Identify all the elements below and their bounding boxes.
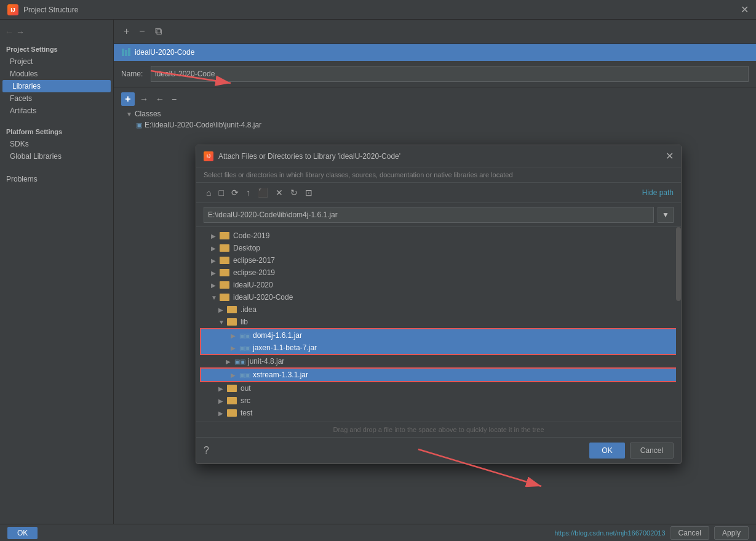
jar-icon: ▣▣ <box>239 332 250 339</box>
tree-idealu-2020-code[interactable]: ▼ idealU-2020-Code <box>196 291 681 303</box>
bottom-apply-button[interactable]: Apply <box>714 526 749 540</box>
nav-forward-button[interactable]: → <box>16 27 25 37</box>
bottom-ok-button[interactable]: OK <box>7 527 38 539</box>
platform-settings-header: Platform Settings <box>0 124 113 138</box>
tree-label: dom4j-1.6.1.jar <box>253 331 302 340</box>
expand-button[interactable]: ↻ <box>288 186 300 199</box>
arrow-icon: ▶ <box>231 345 237 351</box>
sidebar-item-artifacts[interactable]: Artifacts <box>0 105 113 117</box>
classes-section: + → ← − ▼ Classes ▣ E:\idealU-2020-Code\… <box>114 87 756 135</box>
tree-test[interactable]: ▶ test <box>196 407 681 419</box>
dialog-subtitle: Select files or directories in which lib… <box>196 167 681 183</box>
jar-icon: ▣▣ <box>239 372 250 379</box>
classes-label: Classes <box>135 110 161 118</box>
sidebar-item-global-libraries[interactable]: Global Libraries <box>0 150 113 162</box>
classes-file-item[interactable]: ▣ E:\idealU-2020-Code\lib\junit-4.8.jar <box>126 119 749 130</box>
tree-desktop[interactable]: ▶ Desktop <box>196 242 681 254</box>
section-divider-2 <box>0 162 113 170</box>
dialog-file-toolbar: ⌂ □ ⟳ ↑ ⬛ ✕ ↻ ⊡ Hide path <box>196 183 681 203</box>
dialog-ok-button[interactable]: OK <box>589 443 624 459</box>
bottom-cancel-button[interactable]: Cancel <box>670 526 709 540</box>
arrow-icon: ▶ <box>218 410 225 417</box>
library-entry[interactable]: idealU-2020-Code <box>114 44 756 61</box>
refresh-button[interactable]: ⟳ <box>229 186 241 199</box>
bottom-url: https://blog.csdn.net/mjh1667002013 <box>554 529 665 537</box>
title-bar: IJ Project Structure ✕ <box>0 0 756 20</box>
sidebar-item-sdks[interactable]: SDKs <box>0 138 113 150</box>
sidebar-item-facets[interactable]: Facets <box>0 92 113 105</box>
tree-lib[interactable]: ▼ lib <box>196 316 681 328</box>
sidebar-item-libraries[interactable]: Libraries <box>2 80 111 92</box>
folder-icon <box>227 397 237 404</box>
folder-icon <box>220 232 229 239</box>
scrollbar-thumb[interactable] <box>676 227 681 301</box>
arrow-icon: ▶ <box>211 270 217 276</box>
tree-idealu-2020[interactable]: ▶ idealU-2020 <box>196 279 681 291</box>
more-button[interactable]: ⊡ <box>303 186 315 199</box>
path-dropdown-button[interactable]: ▼ <box>658 207 674 223</box>
add-class-button[interactable]: + <box>121 92 135 106</box>
tree-junit[interactable]: ▶ ▣▣ junit-4.8.jar <box>196 355 681 367</box>
remove-library-button[interactable]: − <box>137 25 147 38</box>
toggle-button[interactable]: ⬛ <box>255 186 271 199</box>
nav-back-button[interactable]: ← <box>5 27 14 37</box>
tree-label: jaxen-1.1-beta-7.jar <box>253 343 317 352</box>
svg-rect-1 <box>125 50 127 56</box>
svg-rect-2 <box>128 48 130 56</box>
dialog-title-text: Attach Files or Directories to Library '… <box>218 152 400 161</box>
copy-library-button[interactable]: ⧉ <box>153 25 164 38</box>
name-input[interactable] <box>151 66 749 82</box>
delete-button[interactable]: ✕ <box>273 186 285 199</box>
new-folder-button[interactable]: □ <box>216 186 226 199</box>
remove-class-button[interactable]: − <box>169 93 179 105</box>
sidebar-item-problems[interactable]: Problems <box>0 170 113 185</box>
folder-icon <box>220 281 229 289</box>
tree-label: out <box>241 384 251 393</box>
dialog-path-bar: ▼ <box>196 203 681 227</box>
arrow-icon: ▶ <box>231 372 237 379</box>
tree-eclipse-2017[interactable]: ▶ eclipse-2017 <box>196 254 681 266</box>
tree-jaxen[interactable]: ▶ ▣▣ jaxen-1.1-beta-7.jar <box>201 342 676 354</box>
title-bar-left: IJ Project Structure <box>7 4 78 15</box>
section-divider <box>0 117 113 124</box>
dialog-help-button[interactable]: ? <box>204 445 209 456</box>
sidebar-item-modules[interactable]: Modules <box>0 68 113 80</box>
hide-path-button[interactable]: Hide path <box>642 188 674 197</box>
library-name: idealU-2020-Code <box>135 48 194 57</box>
tree-src[interactable]: ▶ src <box>196 395 681 407</box>
dialog-title-left: IJ Attach Files or Directories to Librar… <box>204 151 400 161</box>
tree-dom4j[interactable]: ▶ ▣▣ dom4j-1.6.1.jar <box>201 329 676 342</box>
arrow-icon: ▶ <box>211 282 217 289</box>
tree-eclipse-2019[interactable]: ▶ eclipse-2019 <box>196 266 681 279</box>
attach-class-button[interactable]: → <box>137 93 151 105</box>
dialog-close-button[interactable]: ✕ <box>666 150 674 162</box>
tree-xstream[interactable]: ▶ ▣▣ xstream-1.3.1.jar <box>201 369 676 381</box>
home-button[interactable]: ⌂ <box>204 186 213 199</box>
dialog-cancel-button[interactable]: Cancel <box>630 443 674 459</box>
jar-icon: ▣▣ <box>239 345 250 351</box>
tree-code-2019[interactable]: ▶ Code-2019 <box>196 230 681 242</box>
window-close-button[interactable]: ✕ <box>741 4 749 15</box>
tree-out[interactable]: ▶ out <box>196 382 681 395</box>
add-library-button[interactable]: + <box>121 25 132 38</box>
sidebar: ← → Project Settings Project Modules Lib… <box>0 20 114 524</box>
folder-icon <box>220 294 229 301</box>
tree-label: Code-2019 <box>233 231 269 240</box>
bottom-right: https://blog.csdn.net/mjh1667002013 Canc… <box>554 526 749 540</box>
scrollbar-track[interactable] <box>676 227 681 422</box>
dialog-footer: ? OK Cancel <box>196 437 681 463</box>
classes-tree-item[interactable]: ▼ Classes <box>126 108 749 119</box>
sidebar-item-project[interactable]: Project <box>0 55 113 68</box>
tree-label: src <box>241 396 250 405</box>
path-input[interactable] <box>204 207 654 223</box>
dialog-title-bar: IJ Attach Files or Directories to Librar… <box>196 145 681 167</box>
tree-label: .idea <box>241 305 257 314</box>
tree-label: eclipse-2019 <box>233 268 275 277</box>
tree-idea[interactable]: ▶ .idea <box>196 303 681 316</box>
up-button[interactable]: ↑ <box>244 186 253 199</box>
file-tree[interactable]: ▶ Code-2019 ▶ Desktop ▶ eclipse-2017 ▶ e… <box>196 227 681 422</box>
name-label: Name: <box>121 70 146 78</box>
detach-class-button[interactable]: ← <box>153 93 167 105</box>
arrow-icon: ▶ <box>218 385 225 392</box>
arrow-icon: ▶ <box>218 307 225 313</box>
